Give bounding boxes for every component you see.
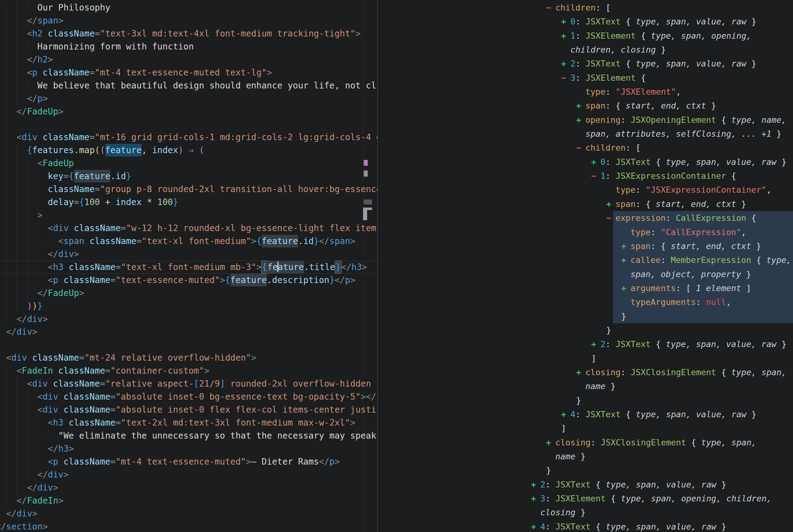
ast-tree-row[interactable]: +callee: MemberExpression { type, — [378, 253, 793, 267]
ast-tree-row[interactable]: typeArguments: null, — [378, 295, 793, 309]
code-line[interactable]: </p> — [0, 92, 377, 105]
ast-tree-row[interactable]: +arguments: [ 1 element ] — [378, 281, 793, 295]
ast-tree-row[interactable]: } — [378, 309, 793, 323]
ast-tree-row[interactable]: +span: { start, end, ctxt } — [378, 99, 793, 113]
ast-tree-row[interactable]: +2: JSXText { type, span, value, raw } — [378, 337, 793, 351]
code-line[interactable]: > — [0, 209, 377, 222]
ast-tree-row[interactable]: ] — [378, 421, 793, 435]
collapse-toggle-icon[interactable]: − — [576, 141, 585, 155]
ast-tree-row[interactable]: type: "JSXExpressionContainer", — [378, 183, 793, 197]
ast-tree-row[interactable]: +0: JSXText { type, span, value, raw } — [378, 155, 793, 169]
code-line[interactable]: </section> — [0, 520, 377, 532]
ast-tree-row[interactable]: +1: JSXElement { type, span, opening, — [378, 29, 793, 43]
expand-toggle-icon[interactable]: + — [546, 436, 556, 450]
ast-tree-row[interactable]: } — [378, 323, 793, 337]
code-line[interactable]: ))} — [0, 300, 377, 313]
ast-tree-row[interactable]: +span: { start, end, ctxt } — [378, 239, 793, 253]
ast-tree-row[interactable]: type: "CallExpression", — [378, 225, 793, 239]
ast-tree-row[interactable]: −3: JSXElement { — [378, 71, 793, 85]
code-line[interactable] — [0, 118, 377, 131]
ast-tree-row[interactable]: +span: { start, end, ctxt } — [378, 197, 793, 211]
code-editor-pane[interactable]: Our Philosophy</span><h2 className="text… — [0, 0, 377, 532]
code-line[interactable]: <p className="text-essence-muted">{featu… — [0, 274, 377, 287]
code-line[interactable]: "We eliminate the unnecessary so that th… — [0, 429, 377, 442]
expand-toggle-icon[interactable]: + — [561, 15, 570, 28]
ast-tree-row[interactable]: } — [378, 394, 793, 407]
expand-toggle-icon[interactable]: + — [576, 365, 585, 379]
ast-tree-row[interactable]: +4: JSXText { type, span, value, raw } — [378, 407, 793, 421]
expand-toggle-icon[interactable]: + — [621, 239, 631, 253]
expand-toggle-icon[interactable]: + — [531, 520, 540, 532]
expand-toggle-icon[interactable]: + — [576, 113, 585, 127]
code-line[interactable]: </FadeUp> — [0, 105, 377, 118]
code-line[interactable]: <h2 className="text-3xl md:text-4xl font… — [0, 27, 377, 40]
code-line[interactable]: <div className="absolute inset-0 flex fl… — [0, 403, 377, 416]
code-line[interactable]: <div className="absolute inset-0 bg-esse… — [0, 390, 377, 403]
ast-tree-row[interactable]: +0: JSXText { type, span, value, raw } — [378, 15, 793, 28]
expand-toggle-icon[interactable]: + — [531, 492, 540, 506]
collapse-toggle-icon[interactable]: − — [546, 1, 556, 15]
code-line[interactable]: key={feature.id} — [0, 170, 377, 183]
expand-toggle-icon[interactable]: + — [621, 281, 631, 295]
code-line[interactable]: </h3> — [0, 442, 377, 455]
expand-toggle-icon[interactable]: + — [606, 197, 616, 211]
ast-tree-panel[interactable]: −children: [+0: JSXText { type, span, va… — [378, 0, 793, 532]
code-line[interactable]: {features.map((feature, index) ⇒ ( — [0, 144, 377, 157]
ast-tree-row[interactable]: +2: JSXText { type, span, value, raw } — [378, 57, 793, 71]
collapse-toggle-icon[interactable]: − — [561, 71, 570, 85]
code-line[interactable]: </span> — [0, 14, 377, 27]
code-line[interactable]: <div className="mt-24 relative overflow-… — [0, 352, 377, 364]
collapse-toggle-icon[interactable]: − — [591, 169, 600, 183]
code-line[interactable]: <p className="mt-4 text-essence-muted">—… — [0, 455, 377, 468]
ast-tree-row[interactable]: +closing: JSXClosingElement { type, span… — [378, 436, 793, 450]
ast-tree-row[interactable]: +opening: JSXOpeningElement { type, name… — [378, 113, 793, 127]
code-line[interactable]: </div> — [0, 481, 377, 494]
code-line[interactable]: delay={100 + index * 100} — [0, 196, 377, 209]
expand-toggle-icon[interactable]: + — [561, 29, 570, 43]
code-line[interactable]: <h3 className="text-xl font-medium mb-3"… — [0, 261, 377, 274]
expand-toggle-icon[interactable]: + — [531, 478, 540, 492]
expand-toggle-icon[interactable]: + — [561, 407, 570, 421]
code-line[interactable] — [0, 338, 377, 352]
code-line[interactable]: Our Philosophy — [0, 1, 377, 14]
code-line[interactable]: </div> — [0, 507, 377, 520]
code-line[interactable]: <FadeUp — [0, 157, 377, 170]
expand-toggle-icon[interactable]: + — [591, 337, 600, 351]
code-line[interactable]: <div className="relative aspect-[21/9] r… — [0, 377, 377, 390]
ast-tree-row[interactable]: +3: JSXElement { type, span, opening, ch… — [378, 492, 793, 506]
ast-tree-row[interactable]: −expression: CallExpression { — [378, 211, 793, 225]
code-line[interactable]: <FadeIn className="container-custom"> — [0, 364, 377, 377]
ast-tree-row[interactable]: span, object, property } — [378, 267, 793, 281]
code-line[interactable]: className="group p-8 rounded-2xl transit… — [0, 183, 377, 196]
code-line[interactable]: </FadeIn> — [0, 494, 377, 507]
code-line[interactable]: </div> — [0, 468, 377, 481]
ast-tree-row[interactable]: children, closing } — [378, 43, 793, 57]
code-line[interactable]: <div className="w-12 h-12 rounded-xl bg-… — [0, 222, 377, 235]
ast-tree-row[interactable]: −children: [ — [378, 141, 793, 155]
expand-toggle-icon[interactable]: + — [576, 99, 585, 113]
ast-tree-row[interactable]: −1: JSXExpressionContainer { — [378, 169, 793, 183]
code-line[interactable]: </div> — [0, 248, 377, 261]
ast-tree-row[interactable]: span, attributes, selfClosing, ... +1 } — [378, 127, 793, 141]
code-line[interactable]: <h3 className="text-2xl md:text-3xl font… — [0, 416, 377, 429]
ast-tree-row[interactable]: name } — [378, 379, 793, 393]
expand-toggle-icon[interactable]: + — [591, 155, 600, 169]
code-line[interactable]: <p className="mt-4 text-essence-muted te… — [0, 66, 377, 79]
ast-tree-row[interactable]: −children: [ — [378, 1, 793, 15]
code-line[interactable]: Harmonizing form with function — [0, 40, 377, 53]
ast-tree-row[interactable]: +4: JSXText { type, span, value, raw } — [378, 520, 793, 532]
code-line[interactable]: </div> — [0, 325, 377, 338]
code-line[interactable]: </FadeUp> — [0, 287, 377, 300]
code-line[interactable]: </h2> — [0, 53, 377, 66]
ast-tree-row[interactable]: closing } — [378, 506, 793, 519]
ast-tree-row[interactable]: +closing: JSXClosingElement { type, span… — [378, 365, 793, 379]
code-line[interactable]: We believe that beautiful design should … — [0, 79, 377, 92]
expand-toggle-icon[interactable]: + — [621, 253, 631, 267]
ast-tree-row[interactable]: type: "JSXElement", — [378, 85, 793, 99]
ast-tree-row[interactable]: ] — [378, 352, 793, 365]
ast-tree-row[interactable]: name } — [378, 450, 793, 463]
code-line[interactable]: </div> — [0, 313, 377, 326]
code-line[interactable]: <div className="mt-16 grid grid-cols-1 m… — [0, 131, 377, 144]
expand-toggle-icon[interactable]: + — [561, 57, 570, 71]
collapse-toggle-icon[interactable]: − — [606, 211, 616, 225]
